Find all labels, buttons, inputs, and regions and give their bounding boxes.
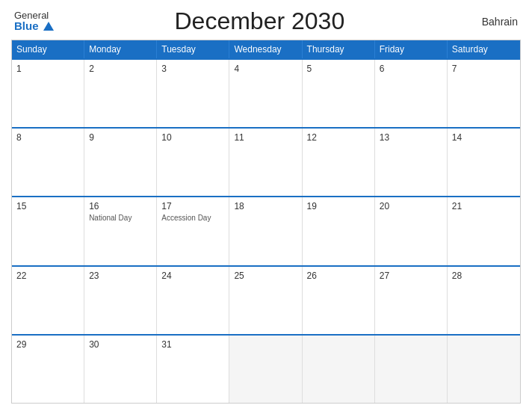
day-number: 16: [89, 201, 152, 211]
day-header-thursday: Thursday: [303, 40, 375, 58]
day-number: 8: [16, 132, 79, 143]
day-number: 4: [234, 64, 297, 74]
day-number: 7: [452, 64, 516, 74]
day-cell: 22: [12, 267, 84, 334]
day-cell: 24: [157, 267, 229, 334]
day-cell: 8: [12, 129, 84, 196]
day-cell: 30: [84, 336, 157, 403]
day-number: 22: [16, 271, 79, 281]
calendar-container: General Blue December 2030 Bahrain Sunda…: [0, 0, 532, 411]
day-cell: 28: [448, 267, 520, 334]
day-number: 21: [452, 201, 516, 211]
week-row-4: 22232425262728: [12, 265, 520, 334]
logo-blue-text: Blue: [14, 20, 54, 31]
day-cell: 20: [375, 197, 448, 265]
day-cell: 17Accession Day: [157, 197, 229, 265]
day-number: 28: [452, 271, 516, 281]
day-cell: [303, 336, 375, 403]
day-cell: 26: [303, 267, 375, 334]
day-cell: 16National Day: [84, 197, 157, 265]
day-header-saturday: Saturday: [448, 40, 520, 58]
day-number: 13: [380, 132, 442, 143]
day-number: 9: [89, 132, 152, 143]
day-number: 2: [89, 64, 152, 74]
day-number: 18: [234, 201, 297, 211]
day-number: 11: [234, 132, 297, 143]
day-number: 25: [234, 271, 297, 281]
day-cell: 13: [375, 129, 448, 196]
day-number: 10: [161, 132, 224, 143]
day-number: 30: [89, 339, 152, 350]
day-number: 26: [307, 271, 370, 281]
week-row-3: 1516National Day17Accession Day18192021: [12, 196, 520, 265]
day-number: 29: [16, 339, 79, 350]
day-cell: 1: [12, 60, 84, 127]
day-number: 20: [380, 201, 442, 211]
day-header-wednesday: Wednesday: [229, 40, 302, 58]
week-row-2: 891011121314: [12, 127, 520, 196]
day-number: 15: [16, 201, 79, 211]
day-cell: 4: [229, 60, 302, 127]
day-cell: 23: [84, 267, 157, 334]
day-cell: [229, 336, 302, 403]
day-number: 5: [307, 64, 370, 74]
logo-triangle-icon: [43, 22, 54, 31]
day-cell: 7: [448, 60, 520, 127]
weeks-container: 12345678910111213141516National Day17Acc…: [12, 58, 520, 403]
calendar-header: General Blue December 2030 Bahrain: [11, 7, 521, 35]
day-header-monday: Monday: [84, 40, 157, 58]
day-cell: [375, 336, 448, 403]
day-cell: 12: [303, 129, 375, 196]
week-row-5: 293031: [12, 334, 520, 403]
day-header-tuesday: Tuesday: [157, 40, 229, 58]
calendar-grid: SundayMondayTuesdayWednesdayThursdayFrid…: [11, 40, 521, 404]
holiday-name: Accession Day: [161, 213, 224, 223]
day-cell: 27: [375, 267, 448, 334]
day-headers-row: SundayMondayTuesdayWednesdayThursdayFrid…: [12, 40, 520, 58]
day-cell: 2: [84, 60, 157, 127]
day-number: 19: [307, 201, 370, 211]
day-cell: 18: [229, 197, 302, 265]
day-cell: 19: [303, 197, 375, 265]
day-number: 31: [161, 339, 224, 350]
day-cell: [448, 336, 520, 403]
day-cell: 29: [12, 336, 84, 403]
day-cell: 14: [448, 129, 520, 196]
day-number: 17: [161, 201, 224, 211]
day-number: 6: [380, 64, 442, 74]
day-header-friday: Friday: [375, 40, 448, 58]
day-cell: 15: [12, 197, 84, 265]
day-cell: 11: [229, 129, 302, 196]
country-name: Bahrain: [466, 16, 518, 28]
day-number: 27: [380, 271, 442, 281]
day-cell: 10: [157, 129, 229, 196]
day-number: 24: [161, 271, 224, 281]
logo: General Blue: [14, 10, 54, 31]
day-number: 23: [89, 271, 152, 281]
month-title: December 2030: [54, 7, 466, 35]
holiday-name: National Day: [89, 213, 152, 223]
day-cell: 9: [84, 129, 157, 196]
day-number: 14: [452, 132, 516, 143]
day-cell: 6: [375, 60, 448, 127]
day-number: 12: [307, 132, 370, 143]
day-cell: 3: [157, 60, 229, 127]
day-cell: 5: [303, 60, 375, 127]
day-cell: 31: [157, 336, 229, 403]
week-row-1: 1234567: [12, 58, 520, 127]
day-cell: 25: [229, 267, 302, 334]
day-header-sunday: Sunday: [12, 40, 84, 58]
day-cell: 21: [448, 197, 520, 265]
day-number: 1: [16, 64, 79, 74]
day-number: 3: [161, 64, 224, 74]
